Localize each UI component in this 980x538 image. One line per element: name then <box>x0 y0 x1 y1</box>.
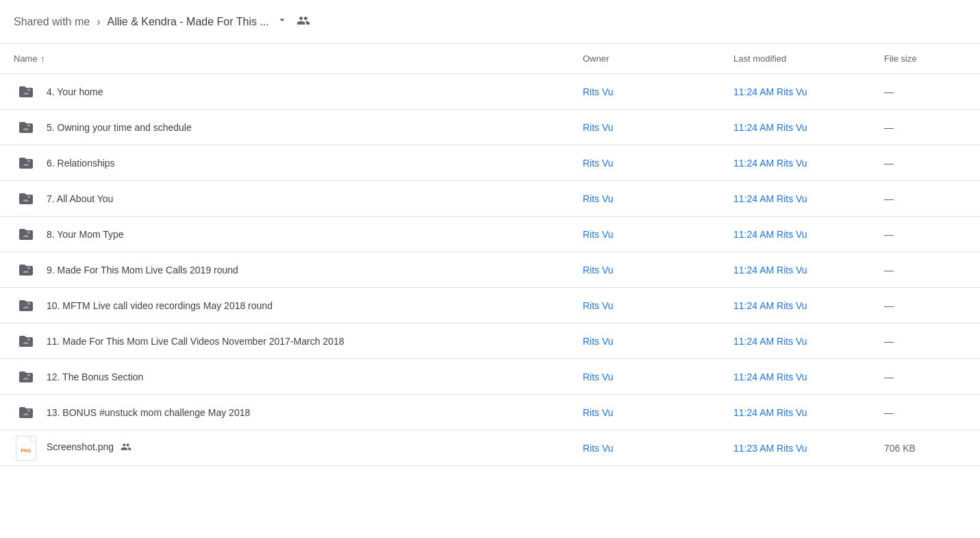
row-name-text: 9. Made For This Mom Live Calls 2019 rou… <box>47 265 238 276</box>
row-owner[interactable]: Rits Vu <box>583 300 733 311</box>
row-modified: 11:24 AM Rits Vu <box>733 371 884 382</box>
table-row[interactable]: 8. Your Mom Type Rits Vu 11:24 AM Rits V… <box>0 217 980 252</box>
row-name-text: 4. Your home <box>47 86 103 97</box>
table-row[interactable]: 7. All About You Rits Vu 11:24 AM Rits V… <box>0 181 980 217</box>
row-name-text: 5. Owning your time and schedule <box>47 122 192 133</box>
folder-icon <box>14 222 38 247</box>
folder-icon <box>14 186 38 211</box>
row-modified: 11:24 AM Rits Vu <box>733 407 884 418</box>
shared-icon <box>118 443 131 454</box>
folder-icon <box>14 80 38 104</box>
file-icon: PNG <box>14 436 38 461</box>
table-row[interactable]: PNG Screenshot.png Rits Vu 11:23 AM Rits… <box>0 430 980 466</box>
table-row[interactable]: 9. Made For This Mom Live Calls 2019 rou… <box>0 252 980 288</box>
row-size: — <box>884 336 966 347</box>
row-name: PNG Screenshot.png <box>14 436 583 461</box>
row-name-text: 7. All About You <box>47 193 113 204</box>
table-row[interactable]: 5. Owning your time and schedule Rits Vu… <box>0 110 980 145</box>
row-name: 10. MFTM Live call video recordings May … <box>14 293 583 318</box>
col-name-label: Name <box>14 53 38 64</box>
row-name: 8. Your Mom Type <box>14 222 583 247</box>
col-modified-header[interactable]: Last modified <box>733 53 884 64</box>
row-name-text: 6. Relationships <box>47 158 115 169</box>
col-name-header[interactable]: Name ↑ <box>14 53 583 64</box>
row-modified: 11:24 AM Rits Vu <box>733 193 884 204</box>
row-modified: 11:24 AM Rits Vu <box>733 265 884 276</box>
folder-icon <box>14 400 38 425</box>
shared-people-icon[interactable] <box>297 14 310 29</box>
row-modified: 11:24 AM Rits Vu <box>733 300 884 311</box>
table-row[interactable]: 6. Relationships Rits Vu 11:24 AM Rits V… <box>0 145 980 181</box>
folder-icon <box>14 151 38 175</box>
row-owner[interactable]: Rits Vu <box>583 265 733 276</box>
dropdown-icon[interactable] <box>276 14 288 29</box>
table-row[interactable]: 11. Made For This Mom Live Call Videos N… <box>0 323 980 359</box>
row-modified: 11:23 AM Rits Vu <box>733 443 884 454</box>
row-owner[interactable]: Rits Vu <box>583 371 733 382</box>
row-size: — <box>884 265 966 276</box>
col-size-header[interactable]: File size <box>884 53 966 64</box>
row-name: 4. Your home <box>14 80 583 104</box>
row-name-text: 10. MFTM Live call video recordings May … <box>47 300 273 311</box>
row-name-text: Screenshot.png <box>47 441 131 454</box>
folder-icon <box>14 115 38 140</box>
row-size: — <box>884 86 966 97</box>
row-name: 6. Relationships <box>14 151 583 175</box>
row-owner[interactable]: Rits Vu <box>583 122 733 133</box>
row-size: — <box>884 229 966 240</box>
row-size: 706 KB <box>884 443 966 454</box>
row-name-text: 11. Made For This Mom Live Call Videos N… <box>47 336 344 347</box>
row-modified: 11:24 AM Rits Vu <box>733 86 884 97</box>
table-row[interactable]: 4. Your home Rits Vu 11:24 AM Rits Vu — <box>0 74 980 110</box>
breadcrumb-shared-with-me[interactable]: Shared with me <box>14 16 90 28</box>
row-size: — <box>884 193 966 204</box>
folder-icon <box>14 365 38 389</box>
col-owner-header[interactable]: Owner <box>583 53 733 64</box>
sort-arrow-icon: ↑ <box>40 53 45 64</box>
row-size: — <box>884 300 966 311</box>
row-name-text: 8. Your Mom Type <box>47 229 124 240</box>
table-row[interactable]: 10. MFTM Live call video recordings May … <box>0 288 980 323</box>
table-row[interactable]: 13. BONUS #unstuck mom challenge May 201… <box>0 395 980 430</box>
folder-icon <box>14 258 38 282</box>
row-modified: 11:24 AM Rits Vu <box>733 122 884 133</box>
row-owner[interactable]: Rits Vu <box>583 229 733 240</box>
row-owner[interactable]: Rits Vu <box>583 336 733 347</box>
row-owner[interactable]: Rits Vu <box>583 443 733 454</box>
table-body: 4. Your home Rits Vu 11:24 AM Rits Vu — … <box>0 74 980 466</box>
table-row[interactable]: 12. The Bonus Section Rits Vu 11:24 AM R… <box>0 359 980 395</box>
row-modified: 11:24 AM Rits Vu <box>733 229 884 240</box>
row-size: — <box>884 158 966 169</box>
row-owner[interactable]: Rits Vu <box>583 86 733 97</box>
folder-icon <box>14 329 38 354</box>
row-name: 7. All About You <box>14 186 583 211</box>
breadcrumb-separator: › <box>97 16 100 28</box>
row-size: — <box>884 407 966 418</box>
row-size: — <box>884 371 966 382</box>
row-name-text: 13. BONUS #unstuck mom challenge May 201… <box>47 407 250 418</box>
row-owner[interactable]: Rits Vu <box>583 407 733 418</box>
row-name-text: 12. The Bonus Section <box>47 371 143 382</box>
row-owner[interactable]: Rits Vu <box>583 193 733 204</box>
row-modified: 11:24 AM Rits Vu <box>733 158 884 169</box>
table-header: Name ↑ Owner Last modified File size <box>0 44 980 74</box>
folder-icon <box>14 293 38 318</box>
row-owner[interactable]: Rits Vu <box>583 158 733 169</box>
row-size: — <box>884 122 966 133</box>
row-name: 5. Owning your time and schedule <box>14 115 583 140</box>
row-name: 11. Made For This Mom Live Call Videos N… <box>14 329 583 354</box>
row-name: 9. Made For This Mom Live Calls 2019 rou… <box>14 258 583 282</box>
row-modified: 11:24 AM Rits Vu <box>733 336 884 347</box>
breadcrumb-bar: Shared with me › Allie & Kendra - Made F… <box>0 0 980 44</box>
row-name: 12. The Bonus Section <box>14 365 583 389</box>
row-name: 13. BONUS #unstuck mom challenge May 201… <box>14 400 583 425</box>
breadcrumb-current: Allie & Kendra - Made For This ... <box>108 16 269 28</box>
